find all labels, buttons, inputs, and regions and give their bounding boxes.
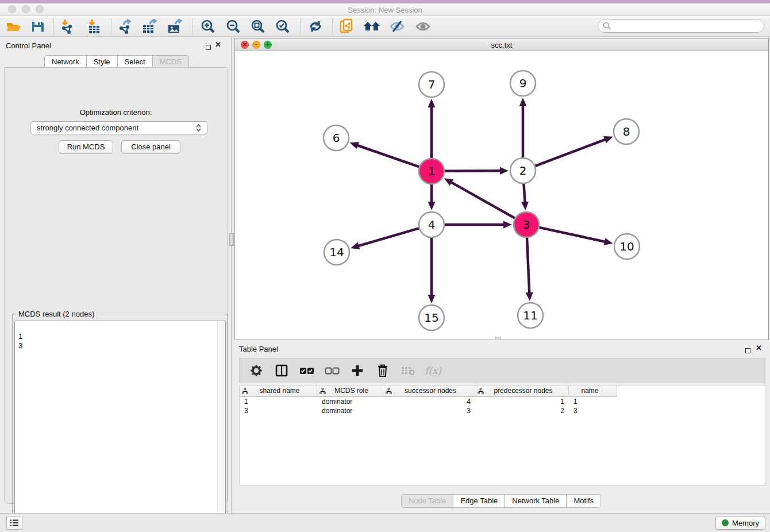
export-table-icon[interactable]: [140, 18, 160, 35]
edge-arrowhead: [604, 238, 613, 245]
graph-node-label: 9: [519, 76, 527, 90]
table-panel: Table Panel ✕ f(x) shared nameMCDS roles…: [232, 340, 770, 513]
import-network-icon[interactable]: [57, 18, 78, 35]
table-row[interactable]: 3dominator323: [240, 406, 617, 415]
memory-button[interactable]: Memory: [715, 516, 765, 530]
edge-arrowhead: [603, 136, 613, 143]
tab-motifs[interactable]: Motifs: [567, 494, 601, 508]
import-table-icon[interactable]: [84, 18, 105, 35]
apply-layout-icon[interactable]: [305, 18, 326, 35]
edge-3-11[interactable]: [527, 238, 529, 294]
edge-arrowhead: [519, 98, 527, 106]
table-cell: dominator: [317, 406, 383, 415]
toolbar-separator: [53, 18, 54, 34]
table-panel-float-button[interactable]: [745, 345, 750, 356]
graph-node-label: 1: [428, 164, 436, 178]
graph-node-label: 8: [623, 125, 630, 138]
edge-arrowhead: [428, 99, 436, 107]
show-columns-icon[interactable]: [273, 362, 290, 379]
edge-2-3[interactable]: [523, 184, 525, 203]
panel-list-button[interactable]: [6, 516, 22, 530]
mcds-result-textarea[interactable]: 1 3: [14, 321, 226, 529]
control-panel-title: Control Panel: [6, 41, 51, 50]
optimization-criterion-value: strongly connected component: [37, 124, 138, 132]
table-cell: 1: [475, 397, 569, 406]
table-cell: 3: [383, 406, 475, 415]
function-builder-icon[interactable]: f(x): [425, 365, 441, 376]
graph-node-label: 7: [428, 78, 436, 91]
mcds-panel: Optimization criterion: strongly connect…: [4, 67, 228, 504]
show-all-icon[interactable]: [413, 18, 433, 35]
edge-3-10[interactable]: [539, 228, 605, 242]
graph-node-label: 2: [519, 164, 527, 178]
network-window-titlebar[interactable]: ✕ − + scc.txt: [235, 38, 768, 51]
tab-node-table[interactable]: Node Table: [401, 494, 454, 508]
search-icon: [603, 22, 611, 30]
tab-network-table[interactable]: Network Table: [505, 494, 567, 508]
table-cell: dominator: [317, 397, 383, 406]
edge-4-14[interactable]: [357, 228, 418, 246]
list-icon: [10, 519, 19, 527]
graph-node-label: 15: [424, 311, 438, 325]
table-row[interactable]: 1dominator411: [240, 397, 617, 406]
mcds-result-values: 1 3: [18, 332, 22, 350]
control-panel-float-button[interactable]: [206, 42, 211, 52]
run-mcds-button[interactable]: Run MCDS: [59, 140, 113, 154]
column-header-name[interactable]: name: [569, 385, 617, 396]
export-image-icon[interactable]: [165, 18, 186, 35]
deselect-all-checkboxes-icon[interactable]: [324, 362, 341, 379]
zoom-in-icon[interactable]: [198, 18, 218, 35]
column-header-predecessor-nodes[interactable]: predecessor nodes: [475, 385, 569, 396]
table-panel-close-button[interactable]: ✕: [756, 345, 762, 351]
edge-1-2[interactable]: [445, 171, 501, 171]
edge-arrowhead: [428, 202, 436, 210]
open-folder-icon[interactable]: [3, 18, 24, 35]
edge-arrowhead: [428, 295, 436, 303]
memory-status-icon: [722, 519, 729, 526]
edge-2-8[interactable]: [536, 139, 606, 165]
first-neighbors-icon[interactable]: [362, 18, 383, 35]
tab-edge-table[interactable]: Edge Table: [453, 494, 505, 508]
control-panel-close-button[interactable]: ✕: [215, 42, 221, 48]
close-panel-button[interactable]: Close panel: [121, 140, 180, 154]
tree-sort-icon: [386, 388, 392, 394]
zoom-fit-icon[interactable]: [248, 18, 268, 35]
network-canvas[interactable]: 7968124314101511: [235, 51, 768, 340]
tree-sort-icon: [319, 388, 326, 394]
tree-sort-icon: [242, 388, 248, 394]
zoom-out-icon[interactable]: [223, 18, 244, 35]
edge-arrowhead: [521, 202, 529, 210]
clone-network-icon[interactable]: [337, 18, 357, 35]
control-panel: Control Panel ✕ NetworkStyleSelectMCDS O…: [0, 37, 232, 513]
delete-column-icon[interactable]: [374, 362, 391, 379]
select-all-checkboxes-icon[interactable]: [298, 362, 315, 379]
status-bar: Memory: [0, 513, 770, 532]
toolbar-separator: [192, 18, 193, 34]
result-scrollbar[interactable]: [217, 322, 225, 529]
panel-divider-handle[interactable]: [229, 233, 234, 246]
edge-arrowhead: [350, 142, 359, 149]
table-toolbar: f(x): [239, 358, 765, 383]
column-header-MCDS-role[interactable]: MCDS role: [317, 385, 383, 396]
app-titlebar: Session: New Session: [0, 3, 770, 16]
hide-selected-icon[interactable]: [387, 18, 407, 35]
edge-arrowhead: [500, 167, 509, 175]
graph-node-label: 14: [329, 245, 344, 259]
main-toolbar: [0, 16, 770, 37]
column-header-successor-nodes[interactable]: successor nodes: [383, 385, 475, 396]
zoom-selected-icon[interactable]: [272, 18, 293, 35]
export-network-icon[interactable]: [115, 18, 136, 35]
optimization-criterion-label: Optimization criterion:: [5, 108, 227, 117]
delete-table-icon[interactable]: [399, 362, 417, 379]
table-settings-icon[interactable]: [248, 362, 265, 379]
column-header-shared-name[interactable]: shared name: [240, 385, 317, 396]
save-icon[interactable]: [28, 18, 48, 35]
edge-arrowhead: [503, 221, 512, 229]
add-column-icon[interactable]: [349, 362, 366, 379]
graph-node-label: 6: [333, 131, 340, 145]
toolbar-separator: [332, 18, 333, 34]
edge-3-1[interactable]: [451, 182, 515, 218]
search-input[interactable]: [614, 22, 759, 30]
edge-1-6[interactable]: [357, 145, 419, 167]
optimization-criterion-select[interactable]: strongly connected component: [30, 121, 207, 134]
